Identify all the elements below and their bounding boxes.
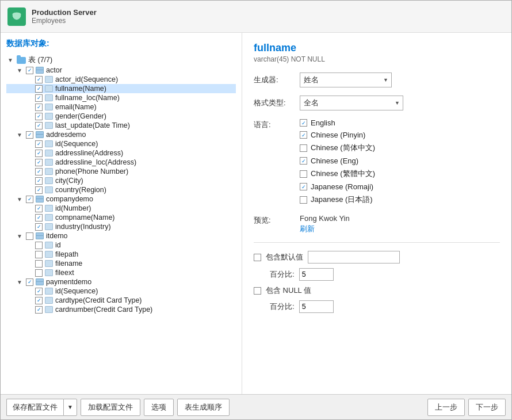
field-email[interactable]: ✓ email(Name) [6, 102, 236, 112]
fullname-checkbox[interactable]: ✓ [35, 85, 43, 93]
expand-icon[interactable]: ▼ [16, 131, 24, 139]
phone-checkbox[interactable]: ✓ [35, 168, 43, 175]
addressline-loc-checkbox[interactable]: ✓ [35, 159, 43, 166]
lang-japanese-label: Japanese (日本語) [311, 194, 373, 205]
generator-select-wrapper: 姓名 [300, 72, 392, 87]
field-country[interactable]: ✓ country(Region) [6, 185, 236, 194]
expand-icon[interactable]: ▼ [16, 195, 24, 203]
include-null-checkbox[interactable] [254, 287, 261, 295]
folder-icon [17, 57, 26, 64]
field-payment-id[interactable]: ✓ id(Sequence) [6, 287, 236, 296]
field-fullname[interactable]: ✓ fullname(Name) [6, 84, 236, 93]
filename-checkbox[interactable] [35, 260, 43, 268]
field-fileext[interactable]: fileext [6, 268, 236, 277]
save-config-arrow[interactable]: ▼ [63, 399, 77, 416]
field-it-id[interactable]: id [6, 240, 236, 250]
format-type-select[interactable]: 全名 [300, 96, 403, 110]
addresdemo-checkbox[interactable]: ✓ [26, 131, 33, 139]
addr-id-checkbox[interactable]: ✓ [35, 140, 43, 148]
refresh-link[interactable]: 刷新 [300, 224, 350, 234]
field-compname[interactable]: ✓ compname(Name) [6, 213, 236, 222]
fullname-loc-checkbox[interactable]: ✓ [35, 94, 43, 102]
lang-item-english[interactable]: ✓ English [300, 119, 375, 127]
field-addressline[interactable]: ✓ addressline(Address) [6, 148, 236, 158]
field-city[interactable]: ✓ city(City) [6, 176, 236, 185]
back-button[interactable]: 上一步 [427, 399, 465, 416]
field-fullname-loc[interactable]: ✓ fullname_loc(Name) [6, 93, 236, 102]
itdemo-checkbox[interactable] [26, 232, 33, 240]
field-addr-id[interactable]: ✓ id(Sequence) [6, 139, 236, 148]
lang-chinese-simplified-label: Chinese (简体中文) [311, 143, 375, 153]
title-text: Production Server Employees [32, 8, 97, 25]
industry-checkbox[interactable]: ✓ [35, 223, 43, 231]
lang-item-japanese-romaji[interactable]: ✓ Japanese (Romaji) [300, 182, 375, 191]
next-button[interactable]: 下一步 [468, 399, 506, 416]
field-company-id[interactable]: ✓ id(Number) [6, 204, 236, 213]
table-paymentdemo[interactable]: ▼ ✓ paymentdemo [6, 277, 236, 287]
actor-checkbox[interactable]: ✓ [26, 67, 33, 74]
last-update-checkbox[interactable]: ✓ [35, 122, 43, 129]
save-config-button[interactable]: 保存配置文件 [6, 399, 63, 416]
collapse-icon[interactable]: ▼ [6, 56, 14, 64]
field-addressline-loc[interactable]: ✓ addressline_loc(Address) [6, 158, 236, 167]
table-companydemo[interactable]: ▼ ✓ companydemo [6, 194, 236, 204]
lang-chinese-eng-checkbox[interactable]: ✓ [300, 157, 307, 165]
field-actor-id[interactable]: ✓ actor_id(Sequence) [6, 75, 236, 84]
lang-chinese-simplified-checkbox[interactable] [300, 144, 307, 152]
country-checkbox[interactable]: ✓ [35, 186, 43, 194]
table-actor[interactable]: ▼ ✓ actor [6, 66, 236, 75]
expand-icon[interactable]: ▼ [16, 278, 24, 286]
default-value-input[interactable] [308, 251, 400, 264]
null-percent-input[interactable] [299, 300, 334, 313]
lang-chinese-pinyin-checkbox[interactable]: ✓ [300, 131, 307, 139]
compname-checkbox[interactable]: ✓ [35, 214, 43, 222]
field-last-update[interactable]: ✓ last_update(Date Time) [6, 121, 236, 130]
table-group-root[interactable]: ▼ 表 (7/7) [6, 55, 236, 66]
expand-icon[interactable]: ▼ [16, 66, 24, 74]
filepath-checkbox[interactable] [35, 251, 43, 258]
lang-item-chinese-pinyin[interactable]: ✓ Chinese (Pinyin) [300, 131, 375, 139]
lang-item-chinese-simplified[interactable]: Chinese (简体中文) [300, 143, 375, 153]
gender-checkbox[interactable]: ✓ [35, 113, 43, 120]
addressline-checkbox[interactable]: ✓ [35, 150, 43, 157]
city-checkbox[interactable]: ✓ [35, 177, 43, 185]
generator-select[interactable]: 姓名 [300, 72, 392, 87]
generate-order-button[interactable]: 表生成顺序 [177, 399, 230, 416]
cardnumber-checkbox[interactable]: ✓ [35, 306, 43, 314]
country-label: country(Region) [55, 186, 106, 194]
spacer [25, 287, 33, 295]
table-itdemo[interactable]: ▼ itdemo [6, 231, 236, 240]
email-checkbox[interactable]: ✓ [35, 104, 43, 111]
options-button[interactable]: 选项 [144, 399, 174, 416]
field-industry[interactable]: ✓ industry(Industry) [6, 222, 236, 231]
field-filename[interactable]: filename [6, 259, 236, 268]
lang-item-chinese-traditional[interactable]: Chinese (繁體中文) [300, 169, 375, 179]
lang-english-checkbox[interactable]: ✓ [300, 119, 307, 127]
paymentdemo-checkbox[interactable]: ✓ [26, 278, 33, 286]
table-addresdemo[interactable]: ▼ ✓ addresdemo [6, 130, 236, 139]
lang-chinese-traditional-checkbox[interactable] [300, 170, 307, 178]
field-phone[interactable]: ✓ phone(Phone Number) [6, 167, 236, 176]
load-config-button[interactable]: 加载配置文件 [81, 399, 140, 416]
field-gender[interactable]: ✓ gender(Gender) [6, 112, 236, 121]
lang-item-chinese-eng[interactable]: ✓ Chinese (Eng) [300, 156, 375, 165]
default-percent-input[interactable] [299, 268, 334, 281]
field-filepath[interactable]: filepath [6, 250, 236, 259]
cardtype-checkbox[interactable]: ✓ [35, 297, 43, 304]
payment-id-checkbox[interactable]: ✓ [35, 288, 43, 295]
actor-id-checkbox[interactable]: ✓ [35, 76, 43, 83]
lang-japanese-checkbox[interactable] [300, 196, 307, 204]
lang-japanese-romaji-checkbox[interactable]: ✓ [300, 183, 307, 190]
field-cardtype[interactable]: ✓ cardtype(Credit Card Type) [6, 296, 236, 305]
fileext-label: fileext [55, 269, 74, 277]
actor-id-label: actor_id(Sequence) [55, 75, 118, 83]
company-id-checkbox[interactable]: ✓ [35, 205, 43, 212]
table-icon [36, 196, 44, 203]
expand-icon[interactable]: ▼ [16, 232, 24, 240]
field-cardnumber[interactable]: ✓ cardnumber(Credit Card Type) [6, 305, 236, 314]
lang-item-japanese[interactable]: Japanese (日本語) [300, 194, 375, 205]
companydemo-checkbox[interactable]: ✓ [26, 196, 33, 203]
it-id-checkbox[interactable] [35, 242, 43, 249]
include-default-checkbox[interactable] [254, 254, 261, 261]
fileext-checkbox[interactable] [35, 269, 43, 277]
